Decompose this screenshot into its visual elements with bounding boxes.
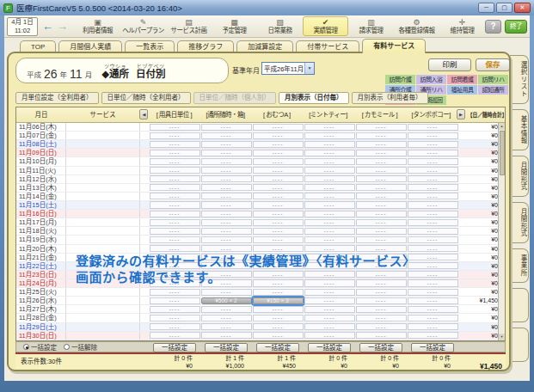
- price-cell[interactable]: ----: [407, 227, 458, 235]
- price-cell[interactable]: ----: [407, 288, 458, 296]
- price-cell[interactable]: ----: [149, 123, 200, 131]
- price-cell[interactable]: ----: [407, 297, 458, 304]
- quit-button[interactable]: 終了: [505, 20, 527, 34]
- toolbar-item-billing-mgmt[interactable]: ▥請求管理: [348, 16, 394, 36]
- price-cell[interactable]: ----: [252, 210, 304, 217]
- price-cell[interactable]: ----: [200, 123, 252, 131]
- side-tab-monthly-format-2[interactable]: 月間形式: [510, 202, 529, 243]
- scrollbar-thumb[interactable]: [500, 131, 505, 175]
- side-tab-monthly-format-1[interactable]: 月間形式: [510, 156, 529, 197]
- price-cell[interactable]: ----: [304, 184, 355, 192]
- price-cell[interactable]: ----: [407, 305, 458, 313]
- price-cell[interactable]: ----: [149, 157, 200, 165]
- filter-monthly-by-user[interactable]: 月別表示（利用者毎）: [352, 92, 428, 104]
- price-cell[interactable]: ----: [149, 288, 200, 296]
- toolbar-item-schedule-mgmt[interactable]: ▦予定管理: [212, 16, 257, 36]
- side-tab-blank-2[interactable]: [510, 328, 529, 362]
- price-cell[interactable]: ----: [304, 132, 355, 139]
- price-cell[interactable]: ----: [407, 149, 458, 156]
- save-button[interactable]: 保存: [476, 58, 510, 71]
- price-cell[interactable]: ----: [149, 245, 200, 253]
- base-month-dropdown[interactable]: 平成26年11月 ▼: [261, 62, 315, 75]
- price-cell[interactable]: ----: [355, 210, 407, 217]
- price-cell[interactable]: ----: [252, 157, 304, 165]
- scroll-right-button[interactable]: ▶: [457, 109, 465, 119]
- price-cell[interactable]: ----: [149, 314, 200, 322]
- batch-set-button-0[interactable]: 一括設定: [153, 343, 196, 352]
- price-cell[interactable]: ----: [252, 201, 304, 209]
- price-cell[interactable]: ----: [304, 305, 355, 313]
- price-cell[interactable]: ----: [304, 297, 355, 304]
- price-cell[interactable]: ----: [355, 184, 407, 192]
- scroll-down-icon[interactable]: ▼: [499, 334, 505, 340]
- price-cell[interactable]: ----: [304, 236, 355, 243]
- minimize-button[interactable]: ─: [478, 3, 494, 13]
- scroll-left-button[interactable]: ◀: [139, 109, 148, 119]
- price-cell[interactable]: ----: [407, 123, 458, 131]
- price-cell[interactable]: ----: [304, 123, 355, 131]
- price-cell[interactable]: ----: [407, 132, 458, 139]
- price-cell[interactable]: ----: [407, 140, 458, 148]
- price-cell[interactable]: ----: [355, 245, 407, 253]
- batch-set-button-2[interactable]: 一括設定: [256, 343, 299, 352]
- price-button[interactable]: ¥150 × 3: [253, 297, 304, 304]
- price-cell[interactable]: ----: [200, 201, 252, 209]
- price-cell[interactable]: ¥500 × 2: [200, 297, 252, 304]
- price-cell[interactable]: ----: [149, 167, 200, 175]
- price-cell[interactable]: ----: [149, 323, 200, 331]
- price-cell[interactable]: ----: [149, 201, 200, 209]
- price-cell[interactable]: ----: [149, 218, 200, 226]
- price-cell[interactable]: ----: [200, 332, 252, 340]
- price-cell[interactable]: ----: [149, 149, 200, 156]
- price-cell[interactable]: ----: [149, 236, 200, 243]
- price-cell[interactable]: ----: [149, 175, 200, 183]
- price-cell[interactable]: ----: [252, 149, 304, 156]
- price-cell[interactable]: ----: [304, 175, 355, 183]
- price-cell[interactable]: ----: [304, 218, 355, 226]
- price-cell[interactable]: ----: [407, 218, 458, 226]
- price-cell[interactable]: ----: [355, 332, 407, 340]
- price-cell[interactable]: ----: [252, 305, 304, 313]
- price-cell[interactable]: ----: [304, 167, 355, 175]
- price-cell[interactable]: ----: [149, 193, 200, 200]
- price-cell[interactable]: ----: [149, 184, 200, 192]
- price-cell[interactable]: ----: [200, 157, 252, 165]
- side-tab-selection-list[interactable]: 選択リスト: [510, 55, 529, 104]
- price-cell[interactable]: ----: [304, 323, 355, 331]
- price-cell[interactable]: ----: [355, 193, 407, 200]
- price-cell[interactable]: ----: [149, 140, 200, 148]
- price-cell[interactable]: ----: [304, 288, 355, 296]
- help-button[interactable]: ?: [485, 20, 501, 34]
- price-cell[interactable]: ----: [200, 288, 252, 296]
- batch-set-button-5[interactable]: 一括設定: [411, 343, 454, 352]
- price-cell[interactable]: ----: [252, 323, 304, 331]
- price-cell[interactable]: ----: [252, 175, 304, 183]
- price-cell[interactable]: ----: [355, 132, 407, 139]
- price-cell[interactable]: ----: [252, 314, 304, 322]
- price-cell[interactable]: ----: [355, 157, 407, 165]
- side-tab-basic-info[interactable]: 基本情報: [510, 109, 529, 150]
- price-cell[interactable]: ----: [355, 323, 407, 331]
- price-cell[interactable]: ----: [355, 297, 407, 304]
- price-cell[interactable]: ----: [252, 236, 304, 243]
- filter-monthly-by-date[interactable]: 月別表示（日付毎）: [279, 92, 349, 104]
- side-tab-blank-1[interactable]: [510, 288, 529, 322]
- print-button[interactable]: 印刷: [428, 58, 471, 71]
- price-cell[interactable]: ----: [200, 314, 252, 322]
- price-cell[interactable]: ----: [200, 184, 252, 192]
- price-cell[interactable]: ----: [200, 227, 252, 235]
- price-cell[interactable]: ----: [200, 210, 252, 217]
- price-cell[interactable]: ----: [304, 193, 355, 200]
- price-cell[interactable]: ----: [200, 140, 252, 148]
- price-cell[interactable]: ----: [252, 123, 304, 131]
- price-cell[interactable]: ----: [149, 132, 200, 139]
- price-cell[interactable]: ----: [252, 193, 304, 200]
- batch-set-button-4[interactable]: 一括設定: [359, 343, 402, 352]
- price-cell[interactable]: ----: [304, 149, 355, 156]
- close-button[interactable]: ✕: [514, 3, 531, 13]
- radio-batch-clear[interactable]: 一括解除: [64, 342, 97, 352]
- toolbar-item-maintenance[interactable]: ✛維持管理: [439, 16, 485, 36]
- price-cell[interactable]: ----: [355, 201, 407, 209]
- price-cell[interactable]: ----: [252, 132, 304, 139]
- price-button[interactable]: ¥500 × 2: [201, 297, 252, 304]
